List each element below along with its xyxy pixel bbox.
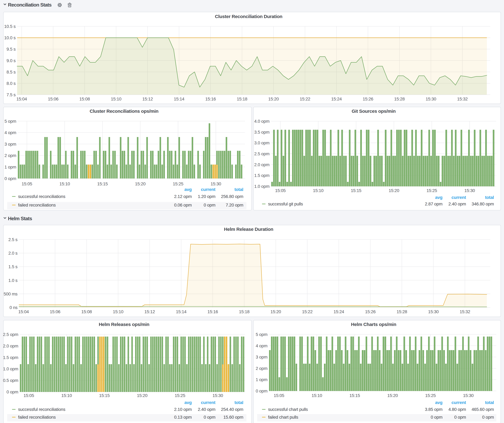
svg-text:254.40 opm: 254.40 opm [221, 407, 243, 412]
svg-text:15:30: 15:30 [426, 97, 436, 101]
svg-text:1.20 opm: 1.20 opm [198, 194, 215, 199]
svg-text:15:08: 15:08 [79, 97, 90, 101]
svg-text:8.5 s: 8.5 s [6, 70, 16, 74]
svg-text:15:20: 15:20 [137, 393, 147, 398]
svg-text:4 opm: 4 opm [256, 343, 267, 348]
svg-text:0 opm: 0 opm [5, 176, 16, 181]
svg-text:successful git pulls: successful git pulls [268, 201, 303, 206]
svg-text:1 opm: 1 opm [5, 165, 16, 170]
svg-text:2.0 opm: 2.0 opm [254, 162, 270, 167]
svg-text:15:24: 15:24 [334, 309, 344, 314]
svg-text:15:18: 15:18 [237, 97, 247, 101]
svg-text:Git Sources ops/min: Git Sources ops/min [352, 109, 396, 114]
svg-text:1.0 opm: 1.0 opm [3, 366, 18, 371]
svg-text:15:20: 15:20 [268, 97, 279, 101]
svg-text:15:30: 15:30 [463, 393, 474, 398]
svg-text:3.0 opm: 3.0 opm [254, 141, 270, 145]
svg-text:15:10: 15:10 [61, 393, 72, 398]
svg-text:15:30: 15:30 [210, 182, 221, 186]
svg-text:successful reconciliations: successful reconciliations [18, 194, 65, 199]
svg-text:15:05: 15:05 [274, 393, 284, 398]
svg-text:0 opm: 0 opm [204, 203, 215, 207]
svg-text:Cluster Reconciliations ops/mi: Cluster Reconciliations ops/min [90, 109, 158, 114]
svg-text:15:18: 15:18 [239, 309, 250, 314]
svg-text:1.5 opm: 1.5 opm [254, 173, 270, 178]
svg-text:avg: avg [435, 400, 443, 405]
svg-text:total: total [485, 195, 494, 200]
svg-text:15:04: 15:04 [18, 309, 29, 314]
svg-text:5 opm: 5 opm [5, 119, 16, 124]
svg-text:successful reconciliations: successful reconciliations [18, 407, 65, 412]
svg-text:15:12: 15:12 [144, 309, 155, 314]
svg-text:15:22: 15:22 [300, 97, 310, 101]
svg-text:4.0 opm: 4.0 opm [254, 119, 270, 124]
svg-text:15:05: 15:05 [24, 393, 34, 398]
svg-text:15:10: 15:10 [312, 393, 322, 398]
svg-text:0 opm: 0 opm [482, 415, 494, 420]
svg-text:2.40 opm: 2.40 opm [448, 201, 466, 206]
svg-text:failed reconciliations: failed reconciliations [18, 415, 56, 420]
svg-text:0.5 opm: 0.5 opm [3, 378, 18, 383]
svg-text:total: total [234, 187, 243, 192]
svg-text:15:22: 15:22 [302, 309, 313, 314]
svg-text:2.10 opm: 2.10 opm [174, 407, 192, 412]
svg-text:5 opm: 5 opm [256, 332, 267, 337]
svg-text:0 opm: 0 opm [256, 388, 267, 394]
svg-text:15:20: 15:20 [135, 182, 145, 186]
svg-text:15:10: 15:10 [313, 188, 324, 193]
svg-text:15:26: 15:26 [365, 309, 376, 314]
svg-text:2.5 opm: 2.5 opm [254, 151, 270, 156]
svg-text:9.5 s: 9.5 s [6, 47, 16, 52]
svg-text:15:16: 15:16 [207, 309, 218, 314]
svg-text:346.80 opm: 346.80 opm [472, 201, 494, 206]
svg-text:3 opm: 3 opm [256, 355, 267, 359]
svg-text:15:32: 15:32 [460, 309, 470, 314]
svg-text:failed reconciliations: failed reconciliations [18, 203, 56, 207]
svg-text:15:06: 15:06 [48, 97, 59, 101]
svg-text:15:30: 15:30 [464, 188, 475, 193]
svg-text:current: current [201, 400, 215, 405]
svg-text:15:04: 15:04 [16, 97, 27, 101]
svg-text:total: total [485, 400, 494, 405]
svg-text:failed chart pulls: failed chart pulls [268, 415, 298, 420]
svg-text:2.87 opm: 2.87 opm [425, 201, 443, 206]
svg-text:2.0 s: 2.0 s [8, 251, 18, 256]
svg-text:2.0 opm: 2.0 opm [3, 344, 18, 348]
svg-text:Helm Release Duration: Helm Release Duration [224, 227, 273, 232]
svg-text:15:30: 15:30 [212, 393, 223, 398]
svg-text:current: current [451, 400, 466, 405]
svg-text:15:25: 15:25 [175, 393, 185, 398]
svg-text:0 opm: 0 opm [454, 415, 466, 420]
svg-text:4 opm: 4 opm [5, 130, 16, 135]
svg-text:2.12 opm: 2.12 opm [174, 194, 192, 199]
svg-text:15:10: 15:10 [59, 182, 70, 186]
svg-text:3.85 opm: 3.85 opm [425, 407, 443, 412]
svg-text:7.20 opm: 7.20 opm [226, 203, 243, 207]
svg-text:15:26: 15:26 [363, 97, 373, 101]
svg-text:15:12: 15:12 [142, 97, 153, 101]
svg-text:15:20: 15:20 [270, 309, 281, 314]
svg-text:Helm Charts ops/min: Helm Charts ops/min [351, 322, 396, 327]
svg-text:256.80 opm: 256.80 opm [221, 194, 243, 199]
svg-text:3 opm: 3 opm [5, 142, 16, 147]
svg-text:7.5 s: 7.5 s [6, 92, 16, 97]
svg-text:0.06 opm: 0.06 opm [174, 203, 192, 207]
svg-text:15:20: 15:20 [389, 188, 399, 193]
svg-text:465.60 opm: 465.60 opm [472, 407, 494, 412]
svg-text:15:05: 15:05 [22, 182, 32, 186]
svg-text:15:05: 15:05 [275, 188, 286, 193]
svg-text:15:10: 15:10 [111, 97, 121, 101]
svg-text:avg: avg [435, 195, 443, 200]
svg-text:current: current [201, 187, 215, 192]
svg-text:Helm Releases ops/min: Helm Releases ops/min [99, 322, 150, 327]
svg-text:Cluster Reconciliation Duratio: Cluster Reconciliation Duration [215, 14, 282, 19]
svg-text:1.0 opm: 1.0 opm [254, 184, 270, 189]
svg-text:2 opm: 2 opm [256, 366, 267, 371]
svg-text:15:10: 15:10 [113, 309, 123, 314]
svg-text:avg: avg [184, 400, 192, 405]
svg-text:15:15: 15:15 [349, 393, 360, 398]
svg-text:15:20: 15:20 [387, 393, 398, 398]
svg-text:15:25: 15:25 [426, 188, 437, 193]
svg-text:4.80 opm: 4.80 opm [448, 407, 466, 412]
svg-text:2 opm: 2 opm [5, 153, 16, 158]
